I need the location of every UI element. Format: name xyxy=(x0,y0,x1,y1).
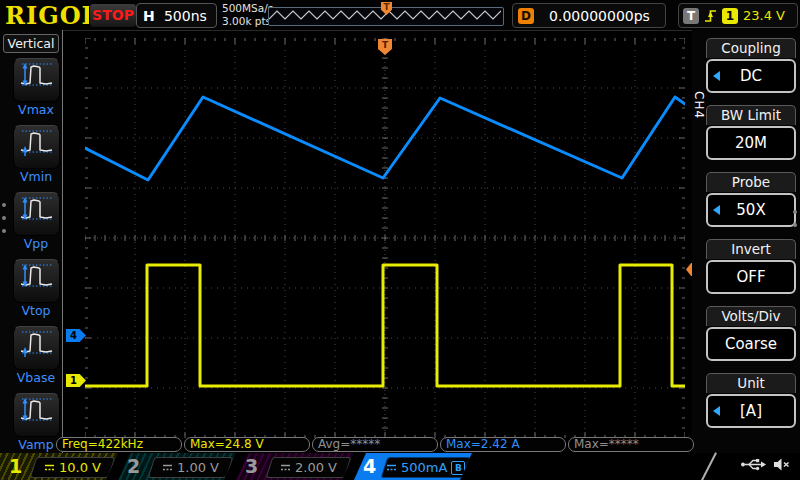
menu-page-dot xyxy=(793,210,797,214)
delay-icon: D xyxy=(518,8,534,24)
trigger-delay-box[interactable]: D 0.00000000ps xyxy=(512,3,666,28)
selected-arrow-icon xyxy=(713,71,720,81)
measure-button-vmax[interactable]: Vmax xyxy=(12,58,60,117)
acquisition-info: 500MSa/s 3.00k pts xyxy=(222,2,273,28)
trigger-label: T xyxy=(683,8,699,24)
ch4-ground-marker[interactable]: 4 xyxy=(66,329,86,342)
measurement-readout: Avg=***** xyxy=(312,437,438,452)
bw-limit-badge: B xyxy=(452,461,466,475)
selected-arrow-icon xyxy=(713,205,720,215)
measure-label: Vmin xyxy=(12,169,60,184)
channel-3-status[interactable]: 32.00 V xyxy=(236,453,354,480)
channel-scale-box: 10.0 V xyxy=(30,457,116,478)
channel-scale: 500mA xyxy=(401,460,447,475)
trigger-source-badge: 1 xyxy=(722,8,738,24)
menu-item-volts-div[interactable]: Volts/DivCoarse xyxy=(706,306,796,361)
measurement-readout: Max=2.42 A xyxy=(440,437,566,452)
vmax-icon xyxy=(13,58,60,102)
menu-item-label: Probe xyxy=(706,172,796,192)
menu-item-label: Volts/Div xyxy=(706,306,796,326)
measurement-readout-bar: Freq=422kHzMax=24.8 VAvg=*****Max=2.42 A… xyxy=(56,437,694,452)
vbase-icon xyxy=(13,326,60,370)
channel-scale: 10.0 V xyxy=(59,460,101,475)
vertical-measure-sidebar: Vertical VmaxVminVppVtopVbaseVamp xyxy=(0,30,63,453)
left-menu-title: Vertical xyxy=(3,34,59,53)
menu-item-invert[interactable]: InvertOFF xyxy=(706,239,796,294)
horizontal-label: H xyxy=(143,8,155,24)
measurement-readout: Max=***** xyxy=(568,437,694,452)
waveform-display-grid: T xyxy=(85,38,685,438)
trigger-slope-icon xyxy=(704,8,717,24)
channel-number: 4 xyxy=(363,453,376,480)
channel-2-status[interactable]: 21.00 V xyxy=(118,453,236,480)
channel-number: 1 xyxy=(9,453,22,480)
channel-4-status[interactable]: 4500mAB xyxy=(354,453,472,480)
menu-value-text: 20M xyxy=(735,134,767,152)
measurement-readout: Max=24.8 V xyxy=(184,437,310,452)
channel-number: 2 xyxy=(127,453,140,480)
usb-icon xyxy=(740,458,766,471)
channel-scale-box: 2.00 V xyxy=(266,457,352,478)
channel-scale-box: 500mAB xyxy=(381,457,472,478)
vtop-icon xyxy=(13,259,60,303)
dc-coupling-icon xyxy=(386,460,397,475)
measure-label: Vamp xyxy=(12,437,60,452)
ch1-ground-marker[interactable]: 1 xyxy=(66,374,86,387)
menu-page-dot xyxy=(2,203,6,207)
vamp-icon xyxy=(13,393,60,437)
menu-item-value[interactable]: DC xyxy=(706,59,796,93)
menu-item-coupling[interactable]: CouplingDC xyxy=(706,38,796,93)
menu-page-dot xyxy=(793,223,797,227)
timebase-value: 500ns xyxy=(155,8,216,24)
measure-button-vpp[interactable]: Vpp xyxy=(12,192,60,251)
measure-label: Vpp xyxy=(12,236,60,251)
menu-value-text: Coarse xyxy=(725,335,777,353)
measure-label: Vbase xyxy=(12,370,60,385)
menu-item-unit[interactable]: Unit[A] xyxy=(706,373,796,428)
channel-number: 3 xyxy=(245,453,258,480)
rigol-logo: RIGOL xyxy=(5,1,99,30)
menu-item-value[interactable]: Coarse xyxy=(706,327,796,361)
dc-coupling-icon xyxy=(162,460,173,475)
menu-item-probe[interactable]: Probe50X xyxy=(706,172,796,227)
dc-coupling-icon xyxy=(44,460,55,475)
dc-coupling-icon xyxy=(280,460,291,475)
menu-item-bw-limit[interactable]: BW Limit20M xyxy=(706,105,796,160)
menu-item-value[interactable]: OFF xyxy=(706,260,796,294)
trigger-status-box[interactable]: T 1 23.4 V xyxy=(678,3,798,28)
channel-scale: 1.00 V xyxy=(177,460,219,475)
channel-tab-label: CH4 xyxy=(692,70,706,140)
menu-item-value[interactable]: 50X xyxy=(706,193,796,227)
sample-rate: 500MSa/s xyxy=(222,2,273,15)
top-status-bar: RIGOL STOP H 500ns 500MSa/s 3.00k pts T … xyxy=(0,0,800,31)
menu-item-label: Invert xyxy=(706,239,796,259)
menu-value-text: [A] xyxy=(740,402,762,420)
channel-status-bar: 110.0 V21.00 V32.00 V4500mAB xyxy=(0,453,800,480)
menu-page-dot xyxy=(2,216,6,220)
delay-value: 0.00000000ps xyxy=(534,8,665,24)
waveform-preview-bar[interactable]: T xyxy=(268,7,504,26)
channel-1-status[interactable]: 110.0 V xyxy=(0,453,118,480)
measure-label: Vtop xyxy=(12,303,60,318)
measure-button-vbase[interactable]: Vbase xyxy=(12,326,60,385)
menu-item-label: Unit xyxy=(706,373,796,393)
measurement-readout: Freq=422kHz xyxy=(56,437,182,452)
vpp-icon xyxy=(13,192,60,236)
channel-scale-box: 1.00 V xyxy=(148,457,234,478)
menu-item-value[interactable]: 20M xyxy=(706,126,796,160)
menu-item-label: BW Limit xyxy=(706,105,796,125)
measure-label: Vmax xyxy=(12,102,60,117)
run-stop-status[interactable]: STOP xyxy=(89,3,137,28)
channel-scale: 2.00 V xyxy=(295,460,337,475)
menu-item-value[interactable]: [A] xyxy=(706,394,796,428)
vmin-icon xyxy=(13,125,60,169)
menu-page-dot xyxy=(2,229,6,233)
measure-button-vtop[interactable]: Vtop xyxy=(12,259,60,318)
menu-value-text: 50X xyxy=(736,201,765,219)
oscilloscope-screen: RIGOL STOP H 500ns 500MSa/s 3.00k pts T … xyxy=(0,0,800,480)
measure-button-vamp[interactable]: Vamp xyxy=(12,393,60,452)
menu-item-label: Coupling xyxy=(706,38,796,58)
measure-button-vmin[interactable]: Vmin xyxy=(12,125,60,184)
horizontal-timebase-box[interactable]: H 500ns xyxy=(136,3,217,28)
menu-value-text: OFF xyxy=(736,268,765,286)
